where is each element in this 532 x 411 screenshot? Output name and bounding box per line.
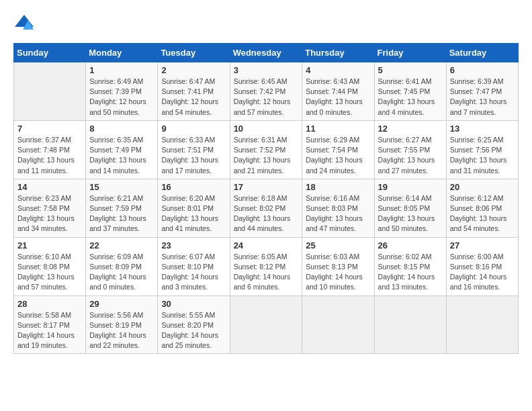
day-number: 27	[450, 240, 515, 250]
calendar-day-cell: 8Sunrise: 6:35 AM Sunset: 7:49 PM Daylig…	[86, 120, 158, 179]
calendar-day-cell: 17Sunrise: 6:18 AM Sunset: 8:02 PM Dayli…	[230, 179, 302, 237]
weekday-header-cell: Tuesday	[158, 44, 230, 62]
day-info: Sunrise: 6:12 AM Sunset: 8:06 PM Dayligh…	[450, 193, 515, 234]
day-info: Sunrise: 6:16 AM Sunset: 8:03 PM Dayligh…	[306, 193, 370, 234]
day-number: 1	[89, 65, 154, 75]
day-number: 4	[306, 65, 370, 75]
day-info: Sunrise: 6:21 AM Sunset: 7:59 PM Dayligh…	[89, 193, 154, 234]
day-info: Sunrise: 5:56 AM Sunset: 8:19 PM Dayligh…	[89, 310, 154, 351]
day-number: 30	[161, 299, 226, 309]
calendar-day-cell: 1Sunrise: 6:49 AM Sunset: 7:39 PM Daylig…	[86, 62, 158, 121]
day-info: Sunrise: 6:47 AM Sunset: 7:41 PM Dayligh…	[161, 77, 226, 118]
day-info: Sunrise: 6:18 AM Sunset: 8:02 PM Dayligh…	[234, 193, 299, 234]
day-number: 10	[234, 124, 299, 134]
calendar-day-cell: 29Sunrise: 5:56 AM Sunset: 8:19 PM Dayli…	[86, 295, 158, 354]
day-number: 2	[161, 65, 226, 75]
day-info: Sunrise: 6:23 AM Sunset: 7:58 PM Dayligh…	[17, 193, 82, 234]
weekday-header-row: SundayMondayTuesdayWednesdayThursdayFrid…	[14, 44, 519, 62]
calendar-day-cell	[374, 295, 446, 354]
day-number: 16	[161, 182, 226, 192]
day-info: Sunrise: 6:33 AM Sunset: 7:51 PM Dayligh…	[161, 135, 226, 176]
calendar-day-cell: 11Sunrise: 6:29 AM Sunset: 7:54 PM Dayli…	[302, 120, 374, 179]
calendar-day-cell: 21Sunrise: 6:10 AM Sunset: 8:08 PM Dayli…	[14, 237, 86, 295]
weekday-header-cell: Monday	[86, 44, 158, 62]
calendar-day-cell	[14, 62, 86, 121]
calendar-day-cell: 18Sunrise: 6:16 AM Sunset: 8:03 PM Dayli…	[302, 179, 374, 237]
calendar-day-cell: 10Sunrise: 6:31 AM Sunset: 7:52 PM Dayli…	[230, 120, 302, 179]
day-number: 3	[234, 65, 299, 75]
day-number: 22	[89, 240, 154, 250]
logo	[13, 13, 34, 32]
day-number: 7	[17, 124, 82, 134]
calendar-day-cell: 30Sunrise: 5:55 AM Sunset: 8:20 PM Dayli…	[158, 295, 230, 354]
calendar-day-cell: 27Sunrise: 6:00 AM Sunset: 8:16 PM Dayli…	[446, 237, 518, 295]
day-info: Sunrise: 6:03 AM Sunset: 8:13 PM Dayligh…	[306, 252, 370, 293]
day-info: Sunrise: 6:37 AM Sunset: 7:48 PM Dayligh…	[17, 135, 82, 176]
day-number: 14	[17, 182, 82, 192]
day-number: 11	[306, 124, 370, 134]
logo-icon	[15, 13, 34, 32]
calendar-day-cell: 2Sunrise: 6:47 AM Sunset: 7:41 PM Daylig…	[158, 62, 230, 121]
calendar-day-cell: 4Sunrise: 6:43 AM Sunset: 7:44 PM Daylig…	[302, 62, 374, 121]
day-info: Sunrise: 6:00 AM Sunset: 8:16 PM Dayligh…	[450, 252, 515, 293]
weekday-header-cell: Sunday	[14, 44, 86, 62]
calendar-day-cell: 12Sunrise: 6:27 AM Sunset: 7:55 PM Dayli…	[374, 120, 446, 179]
day-number: 20	[450, 182, 515, 192]
day-number: 29	[89, 299, 154, 309]
calendar-day-cell: 13Sunrise: 6:25 AM Sunset: 7:56 PM Dayli…	[446, 120, 518, 179]
day-info: Sunrise: 6:10 AM Sunset: 8:08 PM Dayligh…	[17, 252, 82, 293]
day-info: Sunrise: 5:58 AM Sunset: 8:17 PM Dayligh…	[17, 310, 82, 351]
calendar-day-cell: 5Sunrise: 6:41 AM Sunset: 7:45 PM Daylig…	[374, 62, 446, 121]
day-info: Sunrise: 5:55 AM Sunset: 8:20 PM Dayligh…	[161, 310, 226, 351]
calendar-day-cell: 25Sunrise: 6:03 AM Sunset: 8:13 PM Dayli…	[302, 237, 374, 295]
calendar-day-cell: 28Sunrise: 5:58 AM Sunset: 8:17 PM Dayli…	[14, 295, 86, 354]
calendar-day-cell: 6Sunrise: 6:39 AM Sunset: 7:47 PM Daylig…	[446, 62, 518, 121]
weekday-header-cell: Saturday	[446, 44, 518, 62]
day-info: Sunrise: 6:39 AM Sunset: 7:47 PM Dayligh…	[450, 77, 515, 118]
calendar-body: 1Sunrise: 6:49 AM Sunset: 7:39 PM Daylig…	[14, 62, 519, 354]
day-info: Sunrise: 6:20 AM Sunset: 8:01 PM Dayligh…	[161, 193, 226, 234]
day-info: Sunrise: 6:09 AM Sunset: 8:09 PM Dayligh…	[89, 252, 154, 293]
day-info: Sunrise: 6:25 AM Sunset: 7:56 PM Dayligh…	[450, 135, 515, 176]
day-number: 26	[378, 240, 443, 250]
calendar-day-cell: 19Sunrise: 6:14 AM Sunset: 8:05 PM Dayli…	[374, 179, 446, 237]
day-number: 15	[89, 182, 154, 192]
day-number: 24	[234, 240, 299, 250]
calendar-day-cell: 22Sunrise: 6:09 AM Sunset: 8:09 PM Dayli…	[86, 237, 158, 295]
calendar-week-row: 28Sunrise: 5:58 AM Sunset: 8:17 PM Dayli…	[14, 295, 519, 354]
calendar-week-row: 1Sunrise: 6:49 AM Sunset: 7:39 PM Daylig…	[14, 62, 519, 121]
day-info: Sunrise: 6:07 AM Sunset: 8:10 PM Dayligh…	[161, 252, 226, 293]
day-info: Sunrise: 6:45 AM Sunset: 7:42 PM Dayligh…	[234, 77, 299, 118]
day-info: Sunrise: 6:27 AM Sunset: 7:55 PM Dayligh…	[378, 135, 443, 176]
day-info: Sunrise: 6:02 AM Sunset: 8:15 PM Dayligh…	[378, 252, 443, 293]
day-number: 9	[161, 124, 226, 134]
day-info: Sunrise: 6:05 AM Sunset: 8:12 PM Dayligh…	[234, 252, 299, 293]
day-number: 6	[450, 65, 515, 75]
day-number: 5	[378, 65, 443, 75]
calendar-day-cell	[230, 295, 302, 354]
weekday-header-cell: Friday	[374, 44, 446, 62]
calendar-day-cell: 20Sunrise: 6:12 AM Sunset: 8:06 PM Dayli…	[446, 179, 518, 237]
day-info: Sunrise: 6:14 AM Sunset: 8:05 PM Dayligh…	[378, 193, 443, 234]
day-info: Sunrise: 6:29 AM Sunset: 7:54 PM Dayligh…	[306, 135, 370, 176]
calendar-week-row: 14Sunrise: 6:23 AM Sunset: 7:58 PM Dayli…	[14, 179, 519, 237]
day-number: 23	[161, 240, 226, 250]
calendar-week-row: 21Sunrise: 6:10 AM Sunset: 8:08 PM Dayli…	[14, 237, 519, 295]
day-number: 12	[378, 124, 443, 134]
calendar-day-cell: 14Sunrise: 6:23 AM Sunset: 7:58 PM Dayli…	[14, 179, 86, 237]
calendar-day-cell: 26Sunrise: 6:02 AM Sunset: 8:15 PM Dayli…	[374, 237, 446, 295]
day-number: 25	[306, 240, 370, 250]
day-number: 8	[89, 124, 154, 134]
weekday-header-cell: Thursday	[302, 44, 374, 62]
day-number: 19	[378, 182, 443, 192]
day-number: 21	[17, 240, 82, 250]
weekday-header-cell: Wednesday	[230, 44, 302, 62]
day-info: Sunrise: 6:43 AM Sunset: 7:44 PM Dayligh…	[306, 77, 370, 118]
day-info: Sunrise: 6:35 AM Sunset: 7:49 PM Dayligh…	[89, 135, 154, 176]
calendar-day-cell	[446, 295, 518, 354]
calendar-day-cell: 23Sunrise: 6:07 AM Sunset: 8:10 PM Dayli…	[158, 237, 230, 295]
day-info: Sunrise: 6:41 AM Sunset: 7:45 PM Dayligh…	[378, 77, 443, 118]
calendar-day-cell: 7Sunrise: 6:37 AM Sunset: 7:48 PM Daylig…	[14, 120, 86, 179]
calendar-day-cell: 3Sunrise: 6:45 AM Sunset: 7:42 PM Daylig…	[230, 62, 302, 121]
calendar-week-row: 7Sunrise: 6:37 AM Sunset: 7:48 PM Daylig…	[14, 120, 519, 179]
